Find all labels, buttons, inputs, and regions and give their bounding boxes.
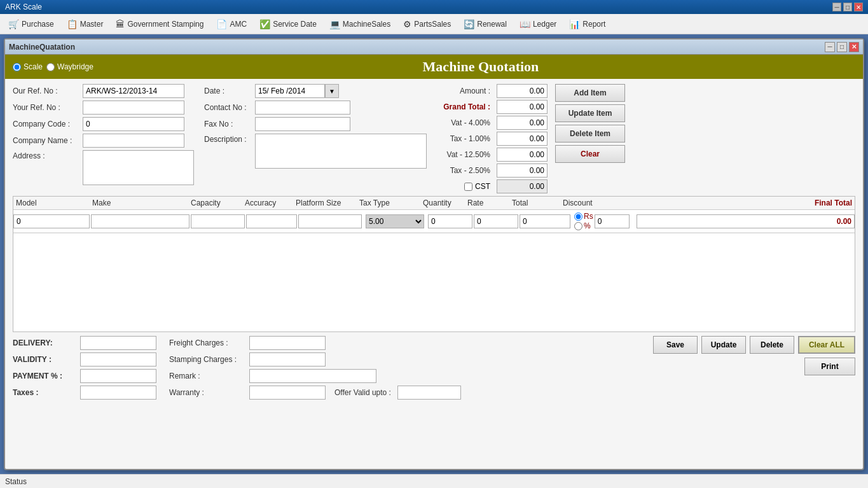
discount-pct-option[interactable]: %: [574, 221, 593, 230]
finaltotal-input[interactable]: [637, 214, 855, 228]
platform-input[interactable]: [298, 214, 362, 228]
warranty-input[interactable]: [249, 386, 326, 400]
company-code-row: Company Code :: [13, 117, 194, 131]
delete-button[interactable]: Delete: [750, 336, 794, 354]
cst-checkbox[interactable]: [464, 183, 472, 191]
menu-renewal-label: Renewal: [477, 20, 507, 29]
menu-master[interactable]: 📋 Master: [61, 17, 109, 32]
fax-label: Fax No :: [204, 120, 255, 129]
taxes-input[interactable]: [80, 386, 156, 400]
taxes-row: Taxes :: [13, 386, 156, 400]
window-controls[interactable]: ─ □ ✕: [825, 42, 859, 52]
company-name-label: Company Name :: [13, 136, 83, 145]
menu-servicedate[interactable]: ✅ Service Date: [254, 17, 322, 32]
status-bar: Status: [0, 474, 868, 488]
col-capacity-header: Capacity: [188, 199, 242, 207]
menu-machinesales[interactable]: 💻 MachineSales: [324, 17, 396, 32]
menu-govstamp[interactable]: 🏛 Government Stamping: [110, 17, 209, 32]
update-button[interactable]: Update: [701, 336, 746, 354]
grand-total-input[interactable]: [497, 100, 548, 114]
minimize-btn[interactable]: ─: [832, 3, 841, 11]
validity-input[interactable]: [80, 352, 156, 366]
discount-rs-option[interactable]: Rs: [574, 212, 593, 221]
items-section: Model Make Capacity Accuracy Platform Si…: [13, 196, 855, 332]
win-close-btn[interactable]: ✕: [849, 42, 859, 52]
vat12-label: Vat - 12.50%: [437, 150, 494, 159]
menu-amc[interactable]: 📄 AMC: [210, 17, 252, 32]
date-picker-btn[interactable]: ▼: [325, 84, 339, 98]
maximize-btn[interactable]: □: [843, 3, 852, 11]
offer-valid-label: Offer Valid upto :: [334, 388, 391, 397]
bottom-left-fields: DELIVERY: VALIDITY : PAYMENT % : Taxes :: [13, 336, 156, 400]
menu-purchase-label: Purchase: [22, 20, 54, 29]
cst-input[interactable]: [497, 179, 548, 193]
offer-valid-input[interactable]: [397, 386, 461, 400]
your-ref-input[interactable]: [83, 101, 184, 115]
clear-all-button[interactable]: Clear ALL: [798, 336, 855, 354]
desc-input[interactable]: [255, 134, 427, 169]
col-taxtype-header: Tax Type: [357, 199, 420, 207]
window-title: MachineQuatation: [9, 43, 75, 52]
title-bar-controls[interactable]: ─ □ ✕: [832, 3, 863, 11]
menu-report[interactable]: 📊 Report: [563, 17, 611, 32]
company-name-input[interactable]: [83, 134, 184, 148]
vat12-input[interactable]: [497, 148, 548, 162]
menu-ledger[interactable]: 📖 Ledger: [514, 17, 562, 32]
vat4-input[interactable]: [497, 116, 548, 130]
total-input[interactable]: [520, 214, 570, 228]
accuracy-input[interactable]: [246, 214, 297, 228]
vat12-row: Vat - 12.50%: [437, 148, 548, 162]
validity-row: VALIDITY :: [13, 352, 156, 366]
print-button[interactable]: Print: [804, 358, 855, 375]
discount-rs-label: Rs: [584, 212, 593, 221]
company-code-input[interactable]: [83, 117, 184, 131]
tax2-input[interactable]: [497, 164, 548, 178]
delete-item-button[interactable]: Delete Item: [555, 125, 625, 143]
save-button[interactable]: Save: [653, 336, 698, 354]
model-input[interactable]: [13, 214, 90, 228]
menu-partssales[interactable]: ⚙ PartsSales: [397, 17, 457, 32]
payment-input[interactable]: [80, 369, 156, 383]
taxes-label: Taxes :: [13, 388, 76, 397]
menu-purchase[interactable]: 🛒 Purchase: [3, 17, 60, 32]
add-item-button[interactable]: Add Item: [555, 84, 625, 102]
machine-quotation-window: MachineQuatation ─ □ ✕ Scale Waybridge M…: [4, 38, 864, 470]
qty-input[interactable]: [428, 214, 472, 228]
address-input[interactable]: [83, 150, 194, 185]
vat4-row: Vat - 4.00%: [437, 116, 548, 130]
taxtype-select[interactable]: 5.00 12.50 4.00 1.00 2.50: [366, 214, 424, 228]
contact-label: Contact No :: [204, 103, 255, 112]
discount-pct-label: %: [584, 221, 591, 230]
delivery-row: DELIVERY:: [13, 336, 156, 350]
radio-scale[interactable]: Scale: [13, 62, 43, 71]
discount-input[interactable]: [595, 214, 630, 228]
make-input[interactable]: [91, 214, 189, 228]
amount-input[interactable]: [497, 84, 548, 98]
close-btn[interactable]: ✕: [854, 3, 863, 11]
fax-input[interactable]: [255, 117, 350, 131]
address-row: Address :: [13, 150, 194, 185]
amount-row: Amount :: [437, 84, 548, 98]
menu-renewal[interactable]: 🔄 Renewal: [458, 17, 513, 32]
our-ref-input[interactable]: [83, 84, 184, 98]
contact-input[interactable]: [255, 101, 350, 115]
stamping-input[interactable]: [249, 352, 326, 366]
menu-machinesales-label: MachineSales: [343, 20, 390, 29]
remark-input[interactable]: [249, 369, 376, 383]
form-body: Our Ref. No : Your Ref. No : Company Cod…: [5, 79, 863, 469]
update-item-button[interactable]: Update Item: [555, 104, 625, 122]
bottom-right-buttons: Save Update Delete Clear ALL Print: [474, 336, 855, 375]
delivery-input[interactable]: [80, 336, 156, 350]
win-maximize-btn[interactable]: □: [837, 42, 847, 52]
freight-input[interactable]: [249, 336, 326, 350]
date-row: Date : ▼: [204, 84, 427, 98]
clear-button[interactable]: Clear: [555, 145, 625, 163]
delivery-label: DELIVERY:: [13, 338, 76, 347]
rate-input[interactable]: [474, 214, 518, 228]
tax1-input[interactable]: [497, 132, 548, 146]
radio-scale-label: Scale: [24, 62, 43, 71]
radio-waybridge[interactable]: Waybridge: [46, 62, 93, 71]
capacity-input[interactable]: [191, 214, 245, 228]
date-input[interactable]: [255, 84, 325, 98]
win-minimize-btn[interactable]: ─: [825, 42, 835, 52]
